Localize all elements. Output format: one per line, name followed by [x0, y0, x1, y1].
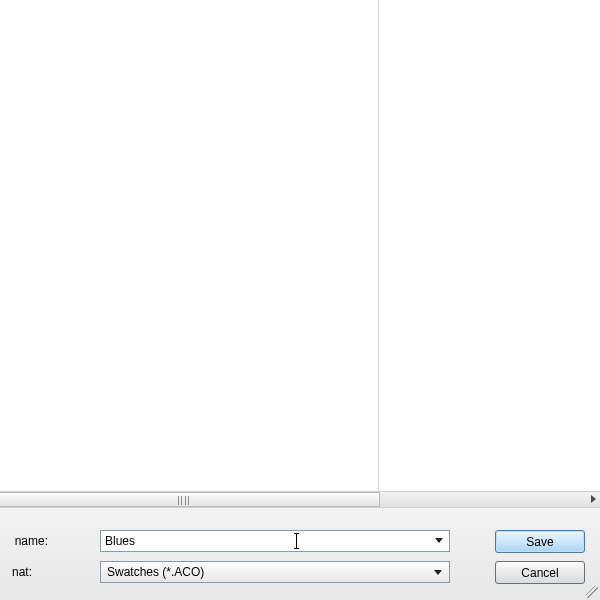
format-label: nat:: [0, 565, 32, 579]
scroll-right-icon[interactable]: [591, 495, 596, 503]
cancel-button[interactable]: Cancel: [495, 561, 585, 584]
filename-label: name:: [0, 534, 48, 548]
chevron-down-icon: [434, 570, 442, 575]
save-button[interactable]: Save: [495, 530, 585, 553]
scrollbar-grip-icon: [178, 496, 189, 505]
filename-input[interactable]: [100, 530, 450, 552]
format-select[interactable]: Swatches (*.ACO): [100, 561, 450, 583]
horizontal-scrollbar-thumb[interactable]: [0, 492, 380, 507]
format-select-value: Swatches (*.ACO): [107, 565, 204, 579]
horizontal-scrollbar[interactable]: [0, 491, 600, 508]
file-listing-area[interactable]: [0, 0, 600, 491]
dialog-lower-panel: [0, 508, 600, 600]
listing-divider: [378, 0, 379, 491]
resize-grip-icon[interactable]: [586, 586, 598, 598]
